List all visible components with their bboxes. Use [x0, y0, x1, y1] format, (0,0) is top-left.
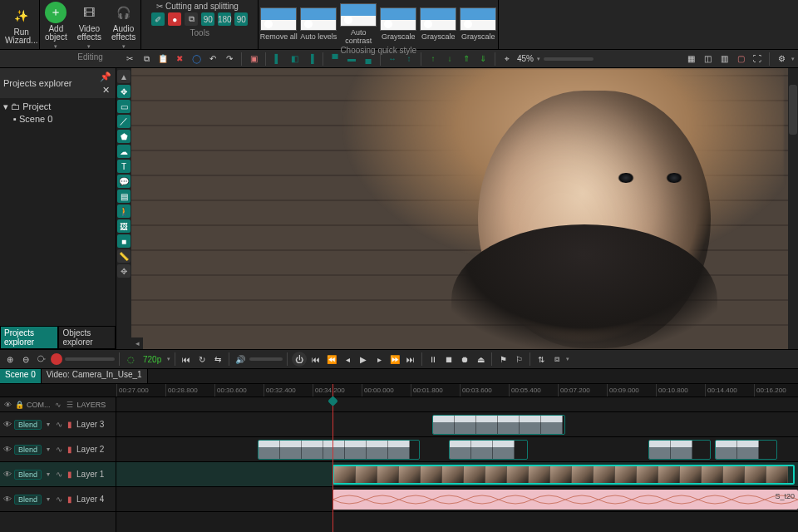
timeline-tracks[interactable]: S_t20 — [116, 397, 798, 532]
eye-icon[interactable]: 👁 — [3, 470, 12, 479]
tool-blob-icon[interactable]: ☁ — [117, 145, 131, 158]
clip-layer2-b[interactable] — [449, 440, 528, 460]
tool-rect-icon[interactable]: ▭ — [117, 100, 131, 113]
eye-icon[interactable]: 👁 — [3, 446, 12, 454]
grid-a-icon[interactable]: ▦ — [684, 52, 697, 66]
tab-objects-explorer[interactable]: Objects explorer — [58, 326, 116, 349]
pb-rec2-icon[interactable]: ⏺ — [458, 352, 471, 366]
layer-up-icon[interactable]: ↑ — [426, 52, 440, 66]
style-thumb-3[interactable] — [380, 7, 416, 31]
tool-marker-icon[interactable]: ● — [168, 12, 181, 26]
scroll-left-icon[interactable]: ◂ — [131, 337, 143, 349]
add-object-button[interactable]: ＋ Add object▾ — [40, 0, 72, 52]
grid-b-icon[interactable]: ◫ — [701, 52, 714, 66]
pb-first-icon[interactable]: ⏮ — [309, 352, 323, 366]
dist-v-icon[interactable]: ↕ — [402, 52, 416, 66]
pb-minus-icon[interactable]: ⊖ — [19, 352, 32, 366]
tool-move-icon[interactable]: ✥ — [117, 85, 131, 98]
blend-mode[interactable]: Blend — [14, 470, 42, 480]
audio-effects-button[interactable]: 🎧 Audio effects▾ — [106, 0, 140, 52]
redo-icon[interactable]: ↷ — [223, 52, 236, 66]
pb-eject-icon[interactable]: ⏏ — [474, 352, 487, 366]
clip-layer3[interactable] — [432, 415, 565, 435]
clip-layer2-a[interactable] — [258, 440, 420, 460]
pin-icon[interactable]: 📌 — [99, 70, 112, 83]
align-r-icon[interactable]: ▐ — [304, 52, 318, 66]
pb-link-icon[interactable]: ⇅ — [534, 352, 548, 366]
chevron-down-icon[interactable]: ▾ — [44, 470, 52, 479]
pb-marker-b-icon[interactable]: ⚐ — [512, 352, 525, 366]
undo-icon[interactable]: ↶ — [206, 52, 219, 66]
tool-guy-icon[interactable]: 🚶 — [117, 204, 131, 218]
settings-icon[interactable]: ⚙ — [775, 52, 788, 66]
pb-stepback-icon[interactable]: ◂ — [341, 352, 354, 366]
chevron-down-icon[interactable]: ▾ — [44, 495, 52, 504]
bars-icon[interactable]: ☰ — [66, 401, 74, 409]
tab-projects-explorer[interactable]: Projects explorer — [0, 326, 58, 349]
clip-layer2-c[interactable] — [648, 440, 711, 460]
tool-chat-icon[interactable]: 💬 — [117, 175, 131, 188]
wave-icon[interactable]: ∿ — [55, 421, 63, 429]
blend-mode[interactable]: Blend — [14, 495, 42, 505]
style-thumb-1[interactable] — [300, 7, 337, 31]
close-icon[interactable]: ✕ — [99, 83, 112, 96]
copy-icon[interactable]: ⧉ — [140, 52, 153, 66]
style-thumb-4[interactable] — [420, 7, 456, 31]
pb-fit-icon[interactable]: ⧂ — [35, 352, 48, 366]
pb-loop-icon[interactable]: ↻ — [195, 352, 209, 366]
pb-rw-icon[interactable]: ⏪ — [325, 352, 338, 366]
mute-icon[interactable]: ▮ — [66, 446, 74, 454]
zoom-fit-icon[interactable]: ⌖ — [500, 52, 514, 66]
tool-90b-icon[interactable]: 90 — [234, 12, 248, 26]
paste-icon[interactable]: 📋 — [156, 52, 170, 66]
clip-layer2-d[interactable] — [715, 440, 777, 460]
align-l-icon[interactable]: ▌ — [271, 52, 284, 66]
video-effects-button[interactable]: 🎞 Video effects▾ — [72, 0, 106, 52]
align-c-icon[interactable]: ◧ — [288, 52, 301, 66]
style-thumb-2[interactable] — [340, 3, 377, 27]
tool-brush-icon[interactable]: ✐ — [151, 12, 165, 26]
tool-90a-icon[interactable]: 90 — [201, 12, 214, 26]
pb-play-icon[interactable]: ▶ — [357, 352, 370, 366]
timeline-tab-scene[interactable]: Scene 0 — [0, 369, 42, 383]
track-header-layer-2[interactable]: 👁Blend▾∿▮Layer 2 — [0, 437, 116, 462]
grid-c-icon[interactable]: ▥ — [717, 52, 731, 66]
clip-layer1[interactable] — [332, 465, 795, 485]
run-wizard-button[interactable]: ✨ Run Wizard... — [0, 3, 42, 47]
cut-icon[interactable]: ✂ — [123, 52, 136, 66]
timeline-tab-video[interactable]: Video: Camera_In_Use_1 — [42, 369, 148, 383]
pb-power-icon[interactable]: ⏻ — [292, 352, 307, 367]
chevron-down-icon[interactable]: ▾ — [44, 446, 52, 454]
wave-icon[interactable]: ∿ — [54, 401, 62, 409]
align-m-icon[interactable]: ▬ — [345, 52, 358, 66]
tool-ruler-icon[interactable]: 📏 — [117, 249, 131, 263]
tool-180-icon[interactable]: 180 — [218, 12, 231, 26]
pb-plus-icon[interactable]: ⊕ — [3, 352, 17, 366]
pb-last-icon[interactable]: ⏭ — [404, 352, 417, 366]
dist-h-icon[interactable]: ↔ — [386, 52, 399, 66]
blend-mode[interactable]: Blend — [14, 445, 42, 455]
wave-icon[interactable]: ∿ — [55, 470, 63, 479]
layer-front-icon[interactable]: ⇑ — [460, 52, 473, 66]
pb-ff-icon[interactable]: ⏩ — [388, 352, 401, 366]
quality-icon[interactable]: ◌ — [124, 352, 137, 366]
eye-icon[interactable]: 👁 — [3, 401, 12, 409]
playhead[interactable] — [332, 384, 333, 532]
bounds-icon[interactable]: ▢ — [734, 52, 747, 66]
timeline-ruler[interactable]: 00:27.00000:28.80000:30.60000:32.40000:3… — [0, 384, 798, 397]
align-t-icon[interactable]: ▀ — [328, 52, 342, 66]
zoom-slider[interactable] — [544, 57, 594, 61]
track-header-layer-3[interactable]: 👁Blend▾∿▮Layer 3 — [0, 412, 116, 437]
resolution-label[interactable]: 720p — [140, 355, 165, 364]
mute-icon[interactable]: ▮ — [66, 495, 74, 504]
style-thumb-5[interactable] — [460, 7, 496, 31]
tool-image-icon[interactable]: 🖼 — [117, 219, 131, 233]
pb-stepfwd-icon[interactable]: ▸ — [372, 352, 386, 366]
preview-scrollbar[interactable] — [788, 68, 798, 349]
wave-icon[interactable]: ∿ — [55, 446, 63, 454]
eye-icon[interactable]: 👁 — [3, 495, 12, 504]
tool-board-icon[interactable]: ▤ — [117, 190, 131, 203]
tool-line-icon[interactable]: ／ — [117, 115, 131, 128]
record-icon[interactable] — [51, 353, 62, 365]
ring-icon[interactable]: ◯ — [190, 52, 203, 66]
